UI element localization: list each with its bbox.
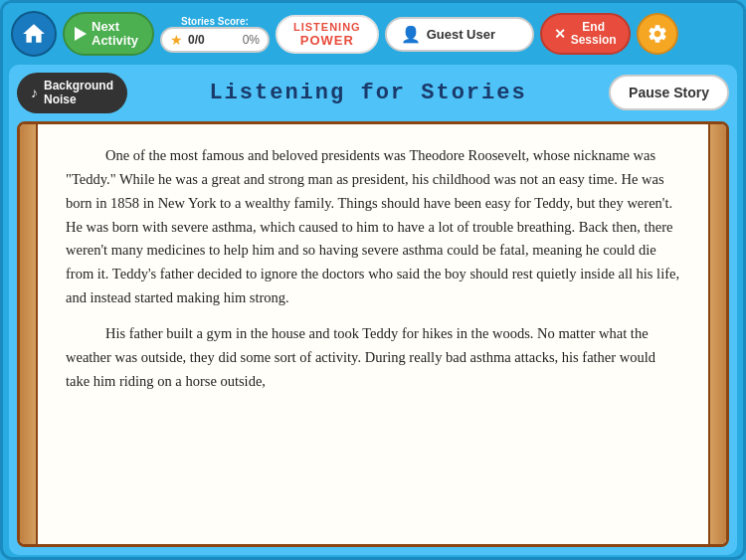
section-title: Listening for Stories	[137, 81, 599, 105]
user-name: Guest User	[427, 27, 495, 42]
background-noise-button[interactable]: ♪ Background Noise	[17, 73, 127, 113]
home-button[interactable]	[11, 11, 57, 57]
top-bar: Next Activity Stories Score: ★ 0/0 0% LI…	[3, 3, 743, 65]
home-icon	[21, 21, 47, 47]
next-activity-label: Next Activity	[92, 20, 138, 49]
book-page: One of the most famous and beloved presi…	[38, 124, 708, 544]
score-value: 0/0	[188, 33, 205, 47]
score-percent: 0%	[243, 33, 260, 47]
pause-story-button[interactable]: Pause Story	[609, 75, 729, 110]
logo-line1: LISTENING	[293, 21, 361, 33]
user-button[interactable]: 👤 Guest User	[385, 17, 534, 52]
bg-noise-label: Background Noise	[44, 79, 113, 107]
paragraph-1: One of the most famous and beloved presi…	[66, 144, 680, 310]
end-x-icon: ✕	[554, 26, 566, 42]
score-label: Stories Score:	[181, 16, 249, 27]
app-logo: LISTENING POWER	[276, 15, 379, 54]
gear-icon	[647, 23, 668, 45]
book-container: One of the most famous and beloved presi…	[17, 121, 729, 547]
end-session-button[interactable]: ✕ End Session	[540, 13, 631, 55]
play-icon	[75, 27, 87, 41]
book-spine-right	[708, 124, 726, 544]
second-bar: ♪ Background Noise Listening for Stories…	[17, 73, 729, 113]
music-icon: ♪	[31, 85, 38, 100]
logo-line2: POWER	[293, 33, 361, 48]
score-container: Stories Score: ★ 0/0 0%	[160, 16, 270, 53]
content-area: ♪ Background Noise Listening for Stories…	[9, 65, 737, 555]
settings-button[interactable]	[637, 13, 678, 55]
next-activity-button[interactable]: Next Activity	[63, 12, 154, 57]
user-icon: 👤	[401, 25, 421, 44]
end-session-label: End Session	[571, 21, 617, 47]
star-icon: ★	[170, 32, 183, 48]
book-spine-left	[20, 124, 38, 544]
paragraph-2: His father built a gym in the house and …	[66, 322, 680, 394]
score-bar: ★ 0/0 0%	[160, 27, 270, 53]
